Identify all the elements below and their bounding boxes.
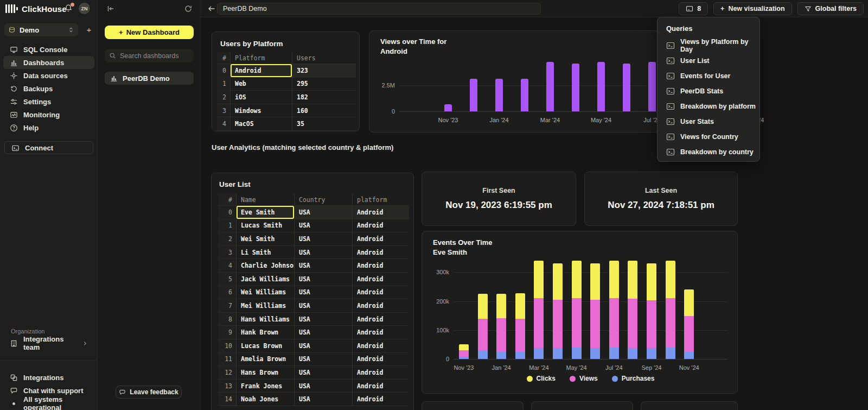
table-row[interactable]: 7Mei WilliamsUSAAndroid [218,299,409,313]
legend-item-clicks[interactable]: Clicks [527,375,556,382]
table-row[interactable]: 3Windows160 [217,104,356,118]
table-cell[interactable]: Android [352,313,409,326]
table-cell[interactable]: 182 [292,91,356,104]
table-cell[interactable]: Android [352,339,409,352]
table-cell[interactable]: 6 [218,286,236,299]
table-cell[interactable]: Hank Brown [236,326,294,339]
query-menu-item[interactable]: Views for Country [666,129,760,144]
table-row[interactable]: 11Amelia BrownUSAAndroid [218,353,409,367]
query-menu-item[interactable]: Views by Platform by Day [666,38,760,53]
table-cell[interactable]: 14 [218,393,236,406]
new-visualization-button[interactable]: + New visualization [713,2,792,15]
sidebar-item-integrations-team[interactable]: Integrations team [3,337,94,350]
visualization-count-badge[interactable]: 8 [679,2,708,15]
sidebar-item-dashboards[interactable]: Dashboards [3,56,94,69]
table-cell[interactable]: 160 [292,104,356,117]
table-cell[interactable]: USA [294,286,352,299]
table-cell[interactable]: 323 [292,64,356,77]
table-cell[interactable]: Android [352,299,409,312]
user-avatar[interactable]: ZN [79,3,90,14]
table-cell[interactable]: MacOS [230,117,292,130]
table-cell[interactable]: 13 [218,380,236,393]
table-row[interactable]: 1Lucas SmithUSAAndroid [218,219,409,233]
table-cell[interactable]: Amelia Brown [236,353,294,366]
notifications-bell-icon[interactable] [64,4,74,14]
table-row[interactable]: 9Hank BrownUSAAndroid [218,326,409,339]
table-cell[interactable]: Android [352,219,409,232]
table-cell[interactable]: Hans Williams [236,313,294,326]
table-cell[interactable]: Noah Jones [236,393,294,406]
table-cell[interactable]: Eve Smith [236,206,294,219]
table-cell[interactable]: 5 [218,273,236,286]
table-cell[interactable]: USA [294,393,352,406]
table-row[interactable]: 4MacOS35 [217,117,356,131]
table-row[interactable]: 4Charlie JohnsonUSAAndroid [218,259,409,273]
table-cell[interactable]: Android [352,326,409,339]
table-cell[interactable]: Android [352,393,409,406]
table-cell[interactable]: Wei Williams [236,286,294,299]
table-cell[interactable]: Wei Smith [236,232,294,245]
query-menu-item[interactable]: Breakdown by country [666,144,760,160]
table-cell[interactable]: Android [352,206,409,219]
table-cell[interactable]: 12 [218,366,236,379]
table-cell[interactable]: Android [230,64,292,77]
query-menu-item[interactable]: User Stats [666,114,760,129]
table-cell[interactable]: 295 [292,78,356,91]
table-row[interactable]: 8Hans WilliamsUSAAndroid [218,313,409,326]
table-cell[interactable]: USA [294,246,352,259]
collapse-sidebar-icon[interactable] [106,4,115,13]
table-row[interactable]: 1Web295 [217,78,356,91]
table-cell[interactable]: Jack Williams [236,273,294,286]
table-cell[interactable]: USA [294,326,352,339]
table-row[interactable]: 2Wei SmithUSAAndroid [218,232,409,246]
table-cell[interactable]: USA [294,339,352,352]
dashboard-search[interactable] [105,49,194,62]
new-dashboard-button[interactable]: + New Dashboard [105,26,194,39]
table-cell[interactable]: 1 [217,78,230,91]
table-cell[interactable]: 10 [218,339,236,352]
connect-button[interactable]: Connect [4,141,93,154]
leave-feedback-button[interactable]: Leave feedback [116,386,182,399]
sidebar-footer-item-integrations[interactable]: Integrations [3,371,94,384]
table-cell[interactable]: iOS [230,91,292,104]
table-cell[interactable]: USA [294,366,352,379]
table-cell[interactable]: 4 [217,117,230,130]
table-cell[interactable]: Lucas Smith [236,219,294,232]
table-cell[interactable]: Android [352,366,409,379]
table-cell[interactable]: Android [352,246,409,259]
table-cell[interactable]: 35 [292,117,356,130]
table-cell[interactable]: USA [294,299,352,312]
table-cell[interactable]: 11 [218,353,236,366]
table-cell[interactable]: 8 [218,313,236,326]
search-dashboards-input[interactable] [120,52,189,60]
query-menu-item[interactable]: Breakdown by platform [666,99,760,114]
table-row[interactable]: 5Jack WilliamsUSAAndroid [218,273,409,286]
table-cell[interactable]: 3 [218,246,236,259]
query-menu-item[interactable]: PeerDB Stats [666,84,760,99]
add-service-button[interactable]: + [84,24,94,35]
table-row[interactable]: 12Hans BrownUSAAndroid [218,366,409,380]
sidebar-item-help[interactable]: Help [3,121,94,134]
legend-item-views[interactable]: Views [570,375,598,382]
table-cell[interactable]: Android [352,232,409,245]
table-cell[interactable]: USA [294,313,352,326]
table-cell[interactable]: 9 [218,326,236,339]
query-menu-item[interactable]: Events for User [666,68,760,84]
table-cell[interactable]: Li Smith [236,246,294,259]
back-arrow-icon[interactable] [207,4,216,13]
table-cell[interactable]: Android [352,273,409,286]
sidebar-footer-item-all-systems-operational[interactable]: All systems operational [3,397,94,410]
table-cell[interactable]: 0 [217,64,230,77]
table-cell[interactable]: Frank Jones [236,380,294,393]
table-cell[interactable]: USA [294,380,352,393]
dashboard-title-input[interactable] [217,3,541,15]
sidebar-item-sql-console[interactable]: SQL Console [3,43,94,56]
table-row[interactable]: 2iOS182 [217,91,356,104]
table-cell[interactable]: USA [294,219,352,232]
table-cell[interactable]: Lucas Brown [236,339,294,352]
table-row[interactable]: 6Wei WilliamsUSAAndroid [218,286,409,300]
global-filters-button[interactable]: Global filters [797,2,864,15]
table-cell[interactable]: USA [294,232,352,245]
table-cell[interactable]: USA [294,259,352,272]
table-row[interactable]: 3Li SmithUSAAndroid [218,246,409,260]
